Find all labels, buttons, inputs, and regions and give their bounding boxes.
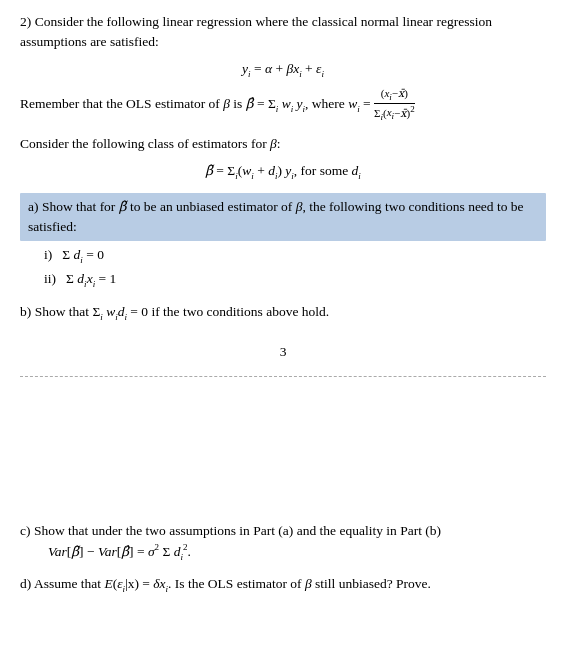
part-c-equation: Var[β̃] − Var[β̂] = σ2 Σ di2. [20, 541, 546, 564]
condition-ii: ii) Σ dixi = 1 [44, 269, 546, 291]
part-b-text: Show that Σi widi = 0 if the two conditi… [35, 304, 330, 319]
class-intro: Consider the following class of estimato… [20, 134, 546, 154]
condition-i: i) Σ di = 0 [44, 245, 546, 267]
wi-denominator: Σi(xi−x̄)2 [374, 104, 415, 123]
part-d-block: d) Assume that E(εi|x) = δxi. Is the OLS… [20, 574, 546, 596]
intro-text: Consider the following linear regression… [20, 14, 492, 49]
part-c-label: c) [20, 523, 31, 538]
part-d-text: Assume that E(εi|x) = δxi. Is the OLS es… [34, 576, 431, 591]
question-number: 2) [20, 14, 31, 29]
question-header: 2) Consider the following linear regress… [20, 12, 546, 53]
part-b-label: b) [20, 304, 31, 319]
beta-tilde-equation: β̃ = Σi(wi + di) yi, for some di [20, 161, 546, 183]
part-a-label: a) [28, 199, 39, 214]
conditions-list: i) Σ di = 0 ii) Σ dixi = 1 [28, 245, 546, 291]
wi-fraction: (xi−x̄) Σi(xi−x̄)2 [374, 87, 415, 123]
part-d-label: d) [20, 576, 31, 591]
page-number: 3 [20, 342, 546, 362]
part-c-text: Show that under the two assumptions in P… [34, 523, 441, 538]
part-a-block: a) Show that for β̃ to be an unbiased es… [20, 193, 546, 242]
part-a-text: Show that for β̃ to be an unbiased estim… [28, 199, 524, 234]
ols-line: Remember that the OLS estimator of β is … [20, 87, 546, 123]
equation1: yi = α + βxi + εi [20, 59, 546, 81]
wi-numerator: (xi−x̄) [374, 87, 415, 104]
part-c-block: c) Show that under the two assumptions i… [20, 521, 546, 564]
dashed-divider [20, 376, 546, 377]
part-b-block: b) Show that Σi widi = 0 if the two cond… [20, 302, 546, 324]
blank-answer-area [20, 391, 546, 511]
part-a-conditions: i) Σ di = 0 ii) Σ dixi = 1 [20, 245, 546, 291]
